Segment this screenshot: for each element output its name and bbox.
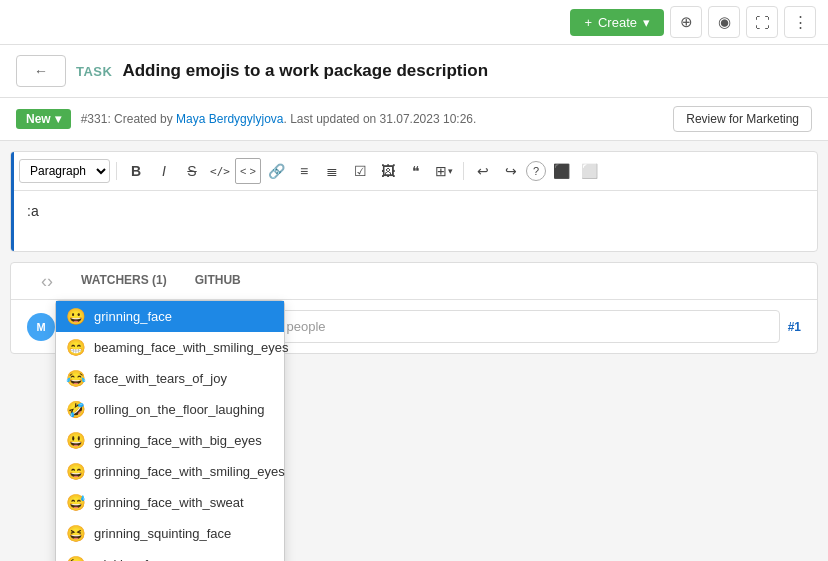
emoji-item-sweat[interactable]: 😅 grinning_face_with_sweat — [56, 487, 284, 518]
strikethrough-button[interactable]: S — [179, 158, 205, 184]
emoji-item-grinning-face[interactable]: 😀 grinning_face — [56, 301, 284, 332]
code-block-button[interactable]: < > — [235, 158, 261, 184]
bold-button[interactable]: B — [123, 158, 149, 184]
eye-icon: ◉ — [718, 13, 731, 31]
undo-button[interactable]: ↩ — [470, 158, 496, 184]
emoji-char-smiling-eyes: 😄 — [66, 462, 86, 481]
emoji-name-squinting: grinning_squinting_face — [94, 526, 231, 541]
status-info-suffix: . Last updated on 31.07.2023 10:26. — [283, 112, 476, 126]
redo-button[interactable]: ↪ — [498, 158, 524, 184]
preview-button[interactable]: ⬜ — [576, 158, 602, 184]
back-button[interactable]: ← — [16, 55, 66, 87]
create-button[interactable]: + Create ▾ — [570, 9, 664, 36]
emoji-name-beaming: beaming_face_with_smiling_eyes — [94, 340, 288, 355]
editor-content[interactable]: :a — [11, 191, 817, 251]
emoji-char-beaming: 😁 — [66, 338, 86, 357]
toolbar-separator-1 — [116, 162, 117, 180]
status-label: New — [26, 112, 51, 126]
emoji-char-winking: 😉 — [66, 555, 86, 561]
editor-toolbar: Paragraph B I S </> < > 🔗 ≡ ≣ ☑ 🖼 ❝ ⊞▾ ↩… — [11, 152, 817, 191]
emoji-name-tears-joy: face_with_tears_of_joy — [94, 371, 227, 386]
tab-watchers[interactable]: WATCHERS (1) — [67, 263, 181, 299]
emoji-char-squinting: 😆 — [66, 524, 86, 543]
right-chevron-icon: › — [47, 271, 53, 292]
task-list-button[interactable]: ☑ — [347, 158, 373, 184]
emoji-name-winking: winking_face — [94, 557, 169, 561]
activity-number: #1 — [788, 320, 801, 334]
image-button[interactable]: 🖼 — [375, 158, 401, 184]
emoji-dropdown: 😀 grinning_face 😁 beaming_face_with_smil… — [55, 300, 285, 561]
emoji-item-winking[interactable]: 😉 winking_face — [56, 549, 284, 561]
emoji-name-rofl: rolling_on_the_floor_laughing — [94, 402, 265, 417]
panel-back-area: ‹ › — [27, 271, 67, 292]
toolbar-separator-2 — [463, 162, 464, 180]
create-label: Create — [598, 15, 637, 30]
expand-icon: ⛶ — [755, 14, 770, 31]
emoji-item-beaming[interactable]: 😁 beaming_face_with_smiling_eyes — [56, 332, 284, 363]
review-button[interactable]: Review for Marketing — [673, 106, 812, 132]
plus-icon: + — [584, 15, 592, 30]
top-bar: + Create ▾ ⊕ ◉ ⛶ ⋮ — [0, 0, 828, 45]
code-button[interactable]: </> — [207, 158, 233, 184]
search-icon: ⊕ — [680, 13, 693, 31]
status-caret-icon: ▾ — [55, 112, 61, 126]
chevron-down-icon: ▾ — [643, 15, 650, 30]
eye-button[interactable]: ◉ — [708, 6, 740, 38]
status-badge[interactable]: New ▾ — [16, 109, 71, 129]
emoji-name-big-eyes: grinning_face_with_big_eyes — [94, 433, 262, 448]
blockquote-button[interactable]: ❝ — [403, 158, 429, 184]
emoji-item-squinting[interactable]: 😆 grinning_squinting_face — [56, 518, 284, 549]
task-header: ← TASK Adding emojis to a work package d… — [0, 45, 828, 98]
back-icon: ← — [34, 63, 48, 79]
tab-github[interactable]: GITHUB — [181, 263, 255, 299]
emoji-char-rofl: 🤣 — [66, 400, 86, 419]
status-info-prefix: #331: Created by — [81, 112, 176, 126]
author-link[interactable]: Maya Berdygylyjova — [176, 112, 283, 126]
table-button[interactable]: ⊞▾ — [431, 158, 457, 184]
editor-container: Paragraph B I S </> < > 🔗 ≡ ≣ ☑ 🖼 ❝ ⊞▾ ↩… — [10, 151, 818, 252]
status-bar: New ▾ #331: Created by Maya Berdygylyjov… — [0, 98, 828, 141]
more-button[interactable]: ⋮ — [784, 6, 816, 38]
bullet-list-button[interactable]: ≡ — [291, 158, 317, 184]
search-button[interactable]: ⊕ — [670, 6, 702, 38]
emoji-char-tears-joy: 😂 — [66, 369, 86, 388]
italic-button[interactable]: I — [151, 158, 177, 184]
emoji-item-tears-joy[interactable]: 😂 face_with_tears_of_joy — [56, 363, 284, 394]
emoji-item-smiling-eyes[interactable]: 😄 grinning_face_with_smiling_eyes — [56, 456, 284, 487]
editor-text: :a — [27, 203, 39, 219]
emoji-name-sweat: grinning_face_with_sweat — [94, 495, 244, 510]
emoji-char-big-eyes: 😃 — [66, 431, 86, 450]
help-button[interactable]: ? — [526, 161, 546, 181]
status-info: #331: Created by Maya Berdygylyjova. Las… — [81, 112, 664, 126]
emoji-char-sweat: 😅 — [66, 493, 86, 512]
more-icon: ⋮ — [793, 13, 808, 31]
source-button[interactable]: ⬛ — [548, 158, 574, 184]
ordered-list-button[interactable]: ≣ — [319, 158, 345, 184]
emoji-name-smiling-eyes: grinning_face_with_smiling_eyes — [94, 464, 285, 479]
task-type-label: TASK — [76, 64, 112, 79]
link-button[interactable]: 🔗 — [263, 158, 289, 184]
emoji-item-big-eyes[interactable]: 😃 grinning_face_with_big_eyes — [56, 425, 284, 456]
emoji-item-rofl[interactable]: 🤣 rolling_on_the_floor_laughing — [56, 394, 284, 425]
expand-button[interactable]: ⛶ — [746, 6, 778, 38]
panel-tabs-row: ‹ › WATCHERS (1) GITHUB — [11, 263, 817, 300]
avatar: M — [27, 313, 55, 341]
emoji-name-grinning-face: grinning_face — [94, 309, 172, 324]
emoji-char-grinning-face: 😀 — [66, 307, 86, 326]
task-title: Adding emojis to a work package descript… — [122, 61, 488, 81]
paragraph-select[interactable]: Paragraph — [19, 159, 110, 183]
